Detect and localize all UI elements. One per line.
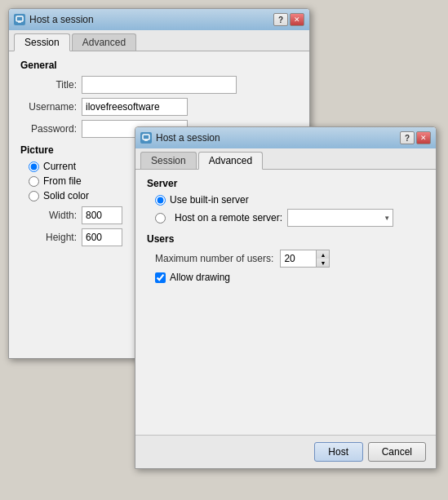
window1-icon bbox=[14, 14, 25, 25]
window1-title-left: Host a session bbox=[14, 14, 94, 25]
builtin-server-radio[interactable] bbox=[155, 195, 166, 206]
svg-rect-2 bbox=[143, 135, 149, 139]
window2-tab-session[interactable]: Session bbox=[140, 152, 197, 169]
username-row: Username: bbox=[20, 98, 298, 116]
window1-tab-advanced[interactable]: Advanced bbox=[72, 33, 136, 51]
max-users-spinner: ▲ ▼ bbox=[280, 250, 330, 268]
window1-help-button[interactable]: ? bbox=[273, 13, 288, 26]
allow-drawing-row: Allow drawing bbox=[155, 272, 424, 283]
remote-server-row: Host on a remote server: ▼ bbox=[155, 209, 424, 227]
window1-tab-session[interactable]: Session bbox=[14, 33, 70, 51]
builtin-server-row: Use built-in server bbox=[155, 194, 424, 206]
window2-title-bar: Host a session ? ✕ bbox=[135, 127, 436, 148]
allow-drawing-checkbox[interactable] bbox=[155, 272, 166, 283]
svg-rect-0 bbox=[16, 16, 23, 21]
host-button[interactable]: Host bbox=[314, 442, 363, 462]
password-label: Password: bbox=[20, 123, 82, 135]
max-users-row: Maximum number of users: ▲ ▼ bbox=[155, 250, 424, 268]
width-label: Width: bbox=[20, 210, 82, 221]
window1-tab-bar: Session Advanced bbox=[9, 30, 309, 51]
window2-icon bbox=[140, 132, 152, 144]
height-input[interactable] bbox=[82, 228, 122, 246]
cancel-button[interactable]: Cancel bbox=[368, 442, 426, 462]
username-input[interactable] bbox=[82, 98, 188, 116]
max-users-label: Maximum number of users: bbox=[155, 253, 273, 264]
picture-fromfile-radio[interactable] bbox=[29, 176, 39, 187]
username-label: Username: bbox=[20, 101, 82, 113]
window2-close-button[interactable]: ✕ bbox=[416, 131, 431, 144]
foreground-window: Host a session ? ✕ Session Advanced Serv… bbox=[135, 126, 437, 469]
users-title: Users bbox=[147, 233, 424, 245]
server-section: Server Use built-in server Host on a rem… bbox=[147, 178, 424, 227]
spinner-up-button[interactable]: ▲ bbox=[317, 250, 329, 259]
window2-title-left: Host a session bbox=[140, 132, 220, 144]
max-users-input[interactable] bbox=[280, 250, 317, 268]
title-input[interactable] bbox=[82, 76, 237, 94]
users-section: Users Maximum number of users: ▲ ▼ Allow… bbox=[147, 233, 424, 283]
window2-title-text: Host a session bbox=[156, 132, 220, 144]
spinner-down-button[interactable]: ▼ bbox=[317, 259, 329, 267]
window2-content: Server Use built-in server Host on a rem… bbox=[135, 170, 436, 330]
window2-tab-advanced[interactable]: Advanced bbox=[198, 152, 263, 170]
window1-title-buttons: ? ✕ bbox=[273, 13, 304, 26]
height-label: Height: bbox=[20, 232, 82, 243]
general-title: General bbox=[20, 60, 298, 71]
width-input[interactable] bbox=[82, 206, 122, 224]
remote-server-dropdown[interactable] bbox=[287, 209, 393, 227]
window2-title-buttons: ? ✕ bbox=[400, 131, 431, 144]
window2-help-button[interactable]: ? bbox=[400, 131, 415, 144]
bottom-bar: Host Cancel bbox=[135, 435, 436, 468]
window1-title-text: Host a session bbox=[29, 14, 94, 25]
picture-solidcolor-radio[interactable] bbox=[29, 191, 39, 201]
spinner-buttons: ▲ ▼ bbox=[317, 250, 330, 268]
picture-current-radio[interactable] bbox=[29, 162, 39, 172]
server-title: Server bbox=[147, 178, 424, 189]
window1-close-button[interactable]: ✕ bbox=[290, 13, 304, 26]
title-row: Title: bbox=[20, 76, 298, 94]
title-label: Title: bbox=[20, 79, 82, 91]
remote-server-radio[interactable] bbox=[155, 213, 166, 223]
window1-title-bar: Host a session ? ✕ bbox=[9, 9, 309, 30]
window2-tab-bar: Session Advanced bbox=[135, 148, 436, 170]
remote-server-dropdown-wrapper: ▼ bbox=[287, 209, 393, 227]
